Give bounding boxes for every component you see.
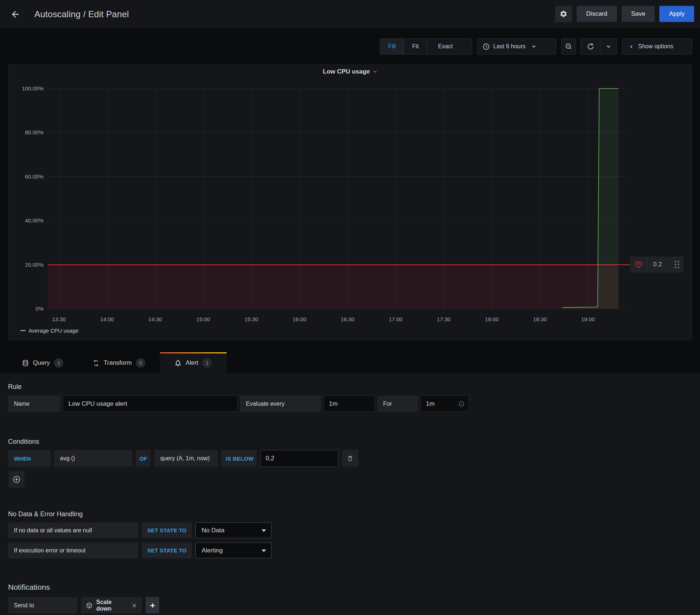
panel-editor-tabs: Query 1 Transform 0 Alert 1 [0,352,700,374]
condition-aggregation-dropdown[interactable]: avg () [54,450,132,467]
chevron-down-icon [531,44,536,49]
svg-text:40.00%: 40.00% [25,217,44,224]
page-title: Autoscaling / Edit Panel [34,9,129,19]
caret-down-icon [262,550,266,552]
condition-row: WHEN avg () OF query (A, 1m, now) IS BEL… [8,450,358,467]
caret-down-icon [262,529,266,532]
svg-text:14:00: 14:00 [100,316,114,322]
svg-text:60.00%: 60.00% [25,173,44,180]
evaluate-every-label: Evaluate every [240,395,321,412]
no-data-state-select[interactable]: No Data [195,522,272,538]
tab-count-badge: 1 [54,358,63,368]
transform-icon [93,360,100,367]
tab-label: Alert [186,359,198,367]
notifications-row: Send to Scale down [8,597,159,614]
chevron-down-icon [606,44,611,49]
show-options-label: Show options [638,43,673,50]
svg-text:20.00%: 20.00% [25,262,44,268]
svg-text:17:30: 17:30 [437,316,451,322]
svg-text:18:30: 18:30 [533,316,547,322]
condition-when-dropdown[interactable]: WHEN [8,450,50,467]
refresh-button[interactable] [581,39,600,54]
arrow-left-icon [10,9,20,19]
select-value: Alerting [202,547,223,554]
display-mode-fit[interactable]: Fit [404,39,427,54]
chevron-left-icon [629,44,634,49]
database-icon [22,360,29,367]
legend-color-dash [20,330,26,331]
refresh-button-group [580,38,617,55]
display-mode-exact[interactable]: Exact [427,39,464,54]
add-notification-channel-button[interactable] [146,597,159,614]
apply-button[interactable]: Apply [659,6,694,22]
discard-button[interactable]: Discard [577,6,617,22]
svg-text:17:00: 17:00 [389,316,403,322]
tab-label: Query [33,359,50,367]
svg-text:15:30: 15:30 [244,316,258,322]
evaluate-every-input[interactable] [323,395,375,412]
notification-channel-tag[interactable]: Scale down [81,597,142,614]
refresh-icon [587,43,594,50]
back-button[interactable] [7,5,24,23]
time-range-picker[interactable]: Last 6 hours [477,38,556,55]
execution-error-state-select[interactable]: Alerting [195,543,272,558]
display-mode-segmented-control: Fill Fit Exact [380,38,472,55]
no-data-row: If no data or all values are null SET ST… [8,522,272,538]
conditions-section-heading: Conditions [8,438,39,446]
notifications-section-heading: Notifications [8,583,50,592]
tag-label: Scale down [96,599,127,612]
for-label: For [377,395,418,412]
chevron-down-icon [373,70,377,74]
show-options-button[interactable]: Show options [622,38,692,55]
panel-title[interactable]: Low CPU usage [8,68,692,75]
tab-query[interactable]: Query 1 [7,352,78,374]
info-circle-icon[interactable] [458,401,464,407]
threshold-handle[interactable]: 0.2 [630,256,684,273]
divider [647,259,647,270]
select-value: No Data [202,527,224,534]
tab-transform[interactable]: Transform 0 [78,352,160,374]
no-data-set-state-label: SET STATE TO [142,522,192,538]
delete-condition-button[interactable] [342,450,358,467]
condition-of-label: OF [136,450,151,467]
page-header: Autoscaling / Edit Panel Discard Save Ap… [0,0,700,28]
add-condition-button[interactable] [9,471,25,488]
bell-icon [175,360,181,367]
execution-error-set-state-label: SET STATE TO [142,543,192,558]
svg-text:16:30: 16:30 [341,316,355,322]
plus-icon [150,603,156,608]
save-button[interactable]: Save [622,6,655,22]
zoom-out-button[interactable] [561,38,576,55]
no-data-label: If no data or all values are null [8,522,138,538]
svg-text:80.00%: 80.00% [25,129,44,135]
panel-settings-button[interactable] [555,6,572,22]
trash-icon [347,455,353,462]
magnifier-minus-icon [565,43,572,50]
tab-count-badge: 1 [202,358,212,368]
gear-icon [559,10,568,18]
execution-error-row: If execution error or timeout SET STATE … [8,543,272,558]
condition-value-input[interactable] [260,450,338,467]
close-icon[interactable] [132,603,137,608]
svg-text:18:00: 18:00 [485,316,499,322]
condition-operator-dropdown[interactable]: IS BELOW [221,450,257,467]
rule-row: Name Evaluate every For [8,395,469,412]
display-mode-fill[interactable]: Fill [380,39,404,54]
header-actions: Discard Save Apply [555,6,694,22]
svg-text:13:30: 13:30 [52,316,66,322]
rule-section-heading: Rule [8,383,22,391]
cpu-usage-chart[interactable]: 13:3014:0014:3015:0015:3016:0016:3017:00… [8,65,692,341]
legend-item-average-cpu-usage[interactable]: Average CPU usage [20,327,78,334]
svg-text:100.00%: 100.00% [22,85,44,91]
tab-alert[interactable]: Alert 1 [160,352,227,374]
chart-panel: Low CPU usage 13:3014:0014:3015:0015:301… [8,64,692,340]
tab-count-badge: 0 [136,358,145,368]
svg-text:16:00: 16:00 [292,316,306,322]
alert-tab-content: Rule Name Evaluate every For Conditions … [0,374,700,615]
rule-name-label: Name [8,395,61,412]
heart-break-icon [630,260,647,269]
threshold-value: 0.2 [653,261,675,268]
condition-query-dropdown[interactable]: query (A, 1m, now) [154,450,218,467]
refresh-interval-dropdown[interactable] [600,39,617,54]
rule-name-input[interactable] [63,395,238,412]
